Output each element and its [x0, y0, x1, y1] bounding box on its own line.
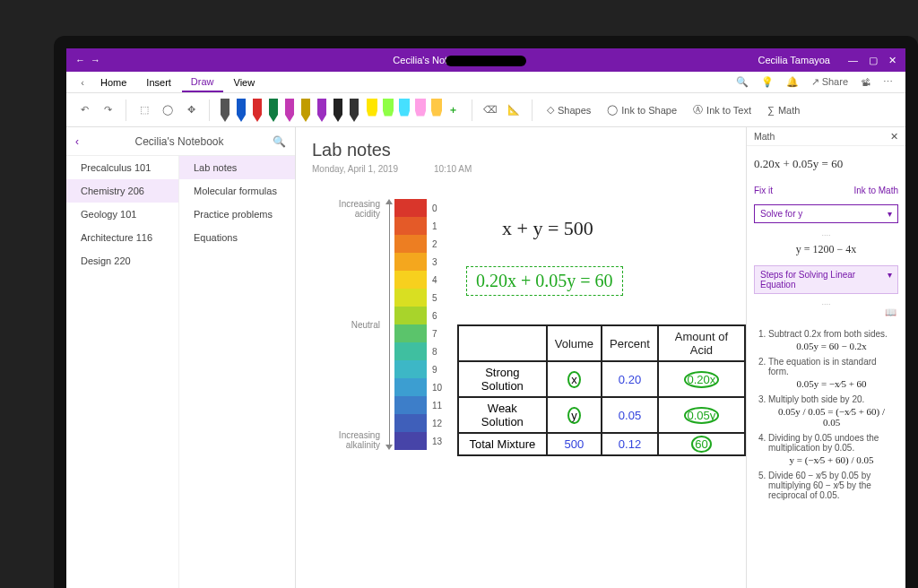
ph-value: 6 — [432, 311, 437, 321]
close-icon[interactable]: ✕ — [888, 55, 896, 66]
sidebar: ‹ Cecilia's Notebook 🔍 Precalculus 101Ch… — [66, 127, 296, 588]
page-canvas[interactable]: Lab notes Monday, April 1, 2019 10:10 AM… — [296, 127, 746, 588]
math-pane: Math ✕ 0.20x + 0.05y = 60 Fix it Ink to … — [746, 127, 905, 588]
ruler-icon[interactable]: 📐 — [505, 101, 523, 119]
math-pane-close-icon[interactable]: ✕ — [890, 131, 898, 142]
notebook-back-icon[interactable]: ‹ — [75, 135, 79, 148]
pen-tool[interactable] — [219, 99, 231, 122]
more-icon[interactable]: ⋯ — [883, 76, 893, 88]
math-step: Subtract 0.2x from both sides.0.05y = 60… — [768, 329, 895, 351]
sidebar-section-item[interactable]: Precalculus 101 — [66, 156, 178, 179]
chevron-down-icon: ▾ — [888, 270, 892, 290]
nav-forward-icon[interactable]: → — [91, 55, 100, 65]
ink-to-text-button[interactable]: Ⓐ Ink to Text — [688, 101, 757, 118]
solve-action-select[interactable]: Solve for y ▾ — [754, 204, 898, 223]
steps-header[interactable]: Steps for Solving Linear Equation ▾ — [754, 265, 898, 294]
highlighter-tool[interactable] — [382, 99, 394, 122]
ph-swatch — [394, 342, 427, 360]
math-pane-title: Math — [754, 131, 775, 142]
eraser-icon[interactable]: ⌫ — [481, 101, 499, 119]
math-step: Divide 60 − x⁄5 by 0.05 by multiplying 6… — [768, 471, 895, 500]
tab-draw[interactable]: Draw — [182, 73, 223, 92]
ph-value: 11 — [432, 401, 442, 411]
user-name[interactable]: Cecilia Tamayoa — [758, 55, 839, 65]
ink-to-shape-button[interactable]: ◯ Ink to Shape — [602, 102, 682, 117]
ph-swatch — [394, 199, 427, 217]
math-button[interactable]: ∑ Math — [762, 103, 805, 117]
window-title: Cecilia's Notebook — [109, 55, 758, 65]
pen-tool[interactable] — [299, 99, 312, 122]
ph-swatch — [394, 271, 427, 289]
fix-it-button[interactable]: Fix it — [754, 186, 773, 195]
math-step: Multiply both side by 20.0.05y / 0.05 = … — [768, 394, 895, 428]
ph-value: 9 — [432, 365, 437, 375]
undo-icon[interactable]: ↶ — [75, 101, 93, 119]
sidebar-section-item[interactable]: Architecture 116 — [66, 226, 178, 249]
sidebar-section-item[interactable]: Design 220 — [66, 249, 178, 272]
highlighter-tool[interactable] — [414, 99, 427, 122]
nav-back-icon[interactable]: ← — [75, 55, 85, 65]
tab-view[interactable]: View — [225, 74, 264, 91]
sidebar-page-item[interactable]: Lab notes — [179, 156, 295, 179]
ink-to-math-button[interactable]: Ink to Math — [854, 186, 898, 195]
tab-insert[interactable]: Insert — [137, 74, 180, 91]
maximize-icon[interactable]: ▢ — [869, 55, 878, 66]
lasso-tool-icon[interactable]: ◯ — [159, 101, 177, 119]
tab-home[interactable]: Home — [91, 74, 135, 91]
sidebar-page-item[interactable]: Equations — [179, 226, 295, 249]
page-time: 10:10 AM — [434, 164, 472, 174]
ribbon-back-icon[interactable]: ‹ — [75, 77, 90, 88]
notebook-name[interactable]: Cecilia's Notebook — [86, 135, 273, 148]
pen-tool[interactable] — [251, 99, 264, 122]
pen-tool[interactable] — [348, 99, 360, 122]
sidebar-page-item[interactable]: Practice problems — [179, 203, 295, 226]
ph-value: 10 — [432, 383, 442, 393]
pen-tool[interactable] — [267, 99, 280, 122]
ph-swatch — [394, 414, 427, 432]
select-tool-icon[interactable]: ⬚ — [135, 101, 153, 119]
ph-scale: Increasing acidity Neutral Increasing al… — [341, 199, 442, 450]
device-camera — [446, 56, 526, 66]
add-pen-icon[interactable]: ＋ — [448, 103, 463, 117]
sidebar-section-item[interactable]: Chemistry 206 — [66, 179, 178, 203]
pan-tool-icon[interactable]: ✥ — [182, 101, 200, 119]
pen-tool[interactable] — [235, 99, 247, 122]
highlighter-tool[interactable] — [398, 99, 411, 122]
pen-tool[interactable] — [316, 99, 328, 122]
redo-icon[interactable]: ↷ — [99, 101, 117, 119]
highlighter-tool[interactable] — [430, 99, 443, 122]
pen-tool[interactable] — [332, 99, 344, 122]
ribbon-tools: ↶ ↷ ⬚ ◯ ✥ ＋ ⌫ 📐 ◇ Shapes ◯ Ink to Shape … — [66, 93, 905, 127]
shapes-button[interactable]: ◇ Shapes — [541, 102, 596, 117]
share-button[interactable]: ↗ Share — [811, 76, 848, 88]
ribbon-tabs: ‹ Home Insert Draw View 🔍 💡 🔔 ↗ Share 📽 … — [66, 72, 905, 93]
math-steps: Subtract 0.2x from both sides.0.05y = 60… — [747, 320, 905, 509]
equation-1[interactable]: x + y = 500 — [502, 217, 593, 240]
equation-2-selected[interactable]: 0.20x + 0.05y = 60 — [466, 266, 623, 296]
search-icon[interactable]: 🔍 — [736, 76, 749, 88]
minimize-icon[interactable]: — — [848, 55, 858, 66]
ph-swatch — [394, 432, 427, 450]
page-title[interactable]: Lab notes — [312, 140, 730, 160]
ph-value: 8 — [432, 347, 437, 357]
ph-swatch — [394, 324, 427, 342]
ph-swatch — [394, 396, 427, 414]
table-row: Weak Solution y 0.05 0.05y — [458, 397, 745, 433]
sidebar-page-item[interactable]: Molecular formulas — [179, 179, 295, 203]
pen-tool[interactable] — [283, 99, 296, 122]
present-icon[interactable]: 📽 — [861, 77, 870, 88]
page-date: Monday, April 1, 2019 — [312, 164, 398, 174]
ph-value: 3 — [432, 257, 437, 267]
highlighter-tool[interactable] — [366, 99, 378, 122]
ph-swatch — [394, 378, 427, 396]
sidebar-section-item[interactable]: Geology 101 — [66, 203, 178, 226]
lightbulb-icon[interactable]: 💡 — [761, 76, 774, 88]
table-row: Total Mixture 500 0.12 60 — [458, 433, 745, 455]
ph-value: 5 — [432, 293, 437, 303]
solution-table[interactable]: Volume Percent Amount of Acid Strong Sol… — [457, 324, 746, 456]
bell-icon[interactable]: 🔔 — [786, 76, 799, 88]
math-result: y = 1200 − 4x — [747, 238, 905, 262]
book-icon[interactable]: 📖 — [885, 307, 896, 317]
ph-value: 7 — [432, 329, 437, 339]
notebook-search-icon[interactable]: 🔍 — [273, 135, 286, 148]
